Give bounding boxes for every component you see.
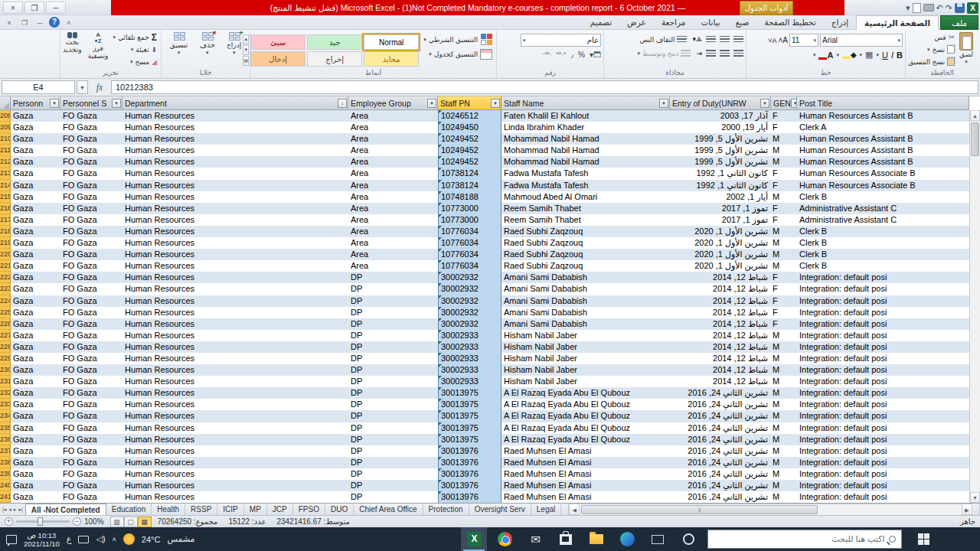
cell[interactable]: M	[771, 457, 797, 468]
cell[interactable]: A El Razaq Eyada Abu El Qubouz	[501, 434, 670, 445]
cell[interactable]: Integration: default posi	[797, 410, 969, 422]
cell[interactable]: DP	[348, 307, 438, 318]
row-header[interactable]: 214	[0, 180, 11, 191]
cell-style-2[interactable]: سيئ	[250, 34, 305, 50]
cell[interactable]: Human Resources	[122, 422, 348, 434]
cell[interactable]: Gaza	[11, 191, 60, 203]
fill-button[interactable]: ⬇تعبئة▾	[111, 44, 158, 55]
taskbar-excel-icon[interactable]: X	[461, 527, 487, 551]
cell[interactable]: Gaza	[11, 145, 60, 156]
cell[interactable]: FO Gaza	[60, 203, 122, 214]
column-header-5[interactable]: Staff Name▼	[501, 96, 670, 110]
cell[interactable]: Clerk A	[797, 122, 969, 133]
cell[interactable]: A El Razaq Eyada Abu El Qubouz	[501, 422, 670, 434]
cell[interactable]: 30002932	[438, 295, 501, 307]
language-indicator[interactable]: ع	[67, 534, 72, 544]
cell[interactable]: M	[771, 145, 797, 156]
sheet-tab-3[interactable]: RSSP	[185, 504, 217, 515]
column-header-3[interactable]: Employee Group▼	[348, 96, 438, 110]
cell[interactable]: Area	[348, 203, 438, 214]
cell[interactable]: Area	[348, 156, 438, 168]
row-header[interactable]: 232	[0, 387, 11, 399]
row-header[interactable]: 236	[0, 434, 11, 445]
cell[interactable]: FO Gaza	[60, 260, 122, 272]
cell[interactable]: M	[771, 260, 797, 272]
cell[interactable]: 10776034	[438, 226, 501, 237]
cell[interactable]: 30002932	[438, 283, 501, 295]
next-sheet-icon[interactable]: ▸	[14, 507, 17, 513]
minimize-icon[interactable]: ─	[46, 2, 66, 14]
cell[interactable]: DP	[348, 491, 438, 503]
cell[interactable]: Integration: default posi	[797, 399, 969, 410]
cell[interactable]: M	[771, 330, 797, 341]
cell[interactable]: Human Resources	[122, 341, 348, 353]
cell[interactable]: Gaza	[11, 203, 60, 214]
page-layout-view-icon[interactable]: ▢	[124, 517, 138, 527]
row-header[interactable]: 220	[0, 249, 11, 260]
cell[interactable]: Human Resources	[122, 410, 348, 422]
cell[interactable]: تشرين الثاني 24, 2016	[670, 399, 771, 410]
cell-style-0[interactable]: Normal	[364, 34, 419, 50]
column-header-6[interactable]: Entry of Duty(UNRW▼	[670, 96, 771, 110]
shrink-font-icon[interactable]: A˅	[768, 37, 776, 44]
cell[interactable]: Human Resources	[122, 468, 348, 480]
cell[interactable]: Human Resources	[122, 353, 348, 364]
cell[interactable]: Human Resources	[122, 387, 348, 399]
row-header[interactable]: 238	[0, 457, 11, 468]
row-header[interactable]: 230	[0, 364, 11, 376]
row-header[interactable]: 225	[0, 307, 11, 318]
row-header[interactable]: 234	[0, 410, 11, 422]
cell[interactable]: FO Gaza	[60, 457, 122, 468]
cell[interactable]: Gaza	[11, 318, 60, 330]
cell[interactable]: FO Gaza	[60, 133, 122, 145]
row-header[interactable]: 228	[0, 341, 11, 353]
cell[interactable]: تشرين الثاني 24, 2016	[670, 410, 771, 422]
row-header[interactable]: 240	[0, 480, 11, 491]
cell[interactable]: كانون الثاني 1, 1992	[670, 168, 771, 179]
sheet-tab-7[interactable]: FPSO	[293, 504, 325, 515]
filter-dropdown-icon[interactable]: ▼	[760, 99, 769, 108]
cell[interactable]: Human Resources Associate B	[797, 168, 969, 179]
cell[interactable]: F	[771, 318, 797, 330]
cell[interactable]: 10776034	[438, 237, 501, 249]
cell[interactable]: 30002933	[438, 341, 501, 353]
cell[interactable]: DP	[348, 376, 438, 387]
row-header[interactable]: 224	[0, 295, 11, 307]
cell[interactable]: DP	[348, 353, 438, 364]
cell[interactable]: DP	[348, 341, 438, 353]
cell[interactable]: FO Gaza	[60, 353, 122, 364]
cell[interactable]: 10249450	[438, 122, 501, 133]
zoom-slider[interactable]	[16, 520, 70, 523]
row-header[interactable]: 210	[0, 133, 11, 145]
cell[interactable]: Human Resources	[122, 445, 348, 457]
cell[interactable]: Gaza	[11, 260, 60, 272]
row-header[interactable]: 237	[0, 445, 11, 457]
cell[interactable]: M	[771, 387, 797, 399]
cell[interactable]: Integration: default posi	[797, 422, 969, 434]
cell[interactable]: DP	[348, 468, 438, 480]
cell[interactable]: كانون الثاني 1, 1992	[670, 180, 771, 191]
zoom-out-icon[interactable]: −	[73, 517, 81, 526]
taskbar-mail-icon[interactable]: ✉	[522, 527, 548, 551]
ribbon-tab-2[interactable]: إدراج	[824, 15, 856, 30]
cell[interactable]: Raed Subhi Zaqzouq	[501, 226, 670, 237]
cell[interactable]: 30002933	[438, 330, 501, 341]
cell[interactable]: Human Resources	[122, 145, 348, 156]
cell[interactable]: 10773000	[438, 214, 501, 226]
row-header[interactable]: 227	[0, 330, 11, 341]
cell[interactable]: Mohammad Nabil Hamad	[501, 133, 670, 145]
hscroll-right-icon[interactable]: ▶	[962, 504, 972, 515]
cell[interactable]: DP	[348, 295, 438, 307]
cell[interactable]: Hisham Nabil Jaber	[501, 353, 670, 364]
cell[interactable]: تشرين الثاني 24, 2016	[670, 468, 771, 480]
cell[interactable]: 30013975	[438, 434, 501, 445]
cell[interactable]: FO Gaza	[60, 237, 122, 249]
cell[interactable]: 30002933	[438, 376, 501, 387]
sort-indicator-icon[interactable]: ↓	[338, 99, 347, 108]
cell[interactable]: Gaza	[11, 237, 60, 249]
cell[interactable]: Area	[348, 237, 438, 249]
cell[interactable]: تشرين الأول 5, 1999	[670, 156, 771, 168]
ribbon-tab-1[interactable]: الصفحة الرئيسية	[856, 15, 939, 30]
column-header-2[interactable]: Department↓	[122, 96, 348, 110]
redo-icon[interactable]: ↷	[946, 2, 952, 14]
